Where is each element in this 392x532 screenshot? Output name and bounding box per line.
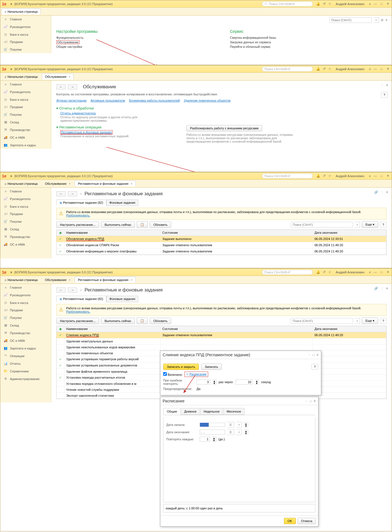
table-row[interactable]: Удаление неактуальных данных [57,338,386,344]
run-now-button[interactable]: Выполнить сейчас [101,222,135,228]
close-icon[interactable]: ✕ [386,83,388,87]
link-scheduled-jobs[interactable]: Регламентные и фоновые задания [60,130,113,134]
tab-home[interactable]: ⌂Начальная страница [1,8,41,14]
link-users[interactable]: Активные пользователи [91,99,125,102]
help-button[interactable]: ? [311,364,318,370]
sec-scheduled[interactable]: Регламентные операции [56,125,175,129]
calendar-icon[interactable]: 🗓 [227,422,234,428]
nav-salary[interactable]: 👥Зарплата и кадры [0,141,51,149]
star-icon[interactable]: ☆ [328,67,331,71]
nav-stock[interactable]: ▦Склад [0,118,51,126]
clear-search-icon[interactable]: × [374,17,379,23]
link-svertka[interactable]: Свертка информационной базы [230,36,387,39]
tab-close-icon[interactable]: × [69,75,70,78]
nav-buy[interactable]: 🛒Покупки [0,111,51,118]
enabled-checkbox[interactable]: Включено [163,372,182,376]
close-icon[interactable]: ✕ [385,2,390,6]
gear-icon[interactable]: ⚙ [381,18,384,22]
link-functionality[interactable]: Функциональность [56,36,213,39]
tab-general[interactable]: Общие [163,408,181,415]
tab-monthly[interactable]: Месячное [223,408,245,415]
menu-icon[interactable]: ≡ [10,67,12,71]
history-icon[interactable]: ↺ [323,2,326,6]
nav-buy[interactable]: 🛒Покупки [0,46,51,53]
more-button[interactable]: Еще ▾ [362,221,378,228]
nav-os[interactable]: 🚚ОС и НМА [0,134,51,141]
back-button[interactable]: ← [56,84,66,89]
link-block[interactable]: Блокировка работы пользователей [129,99,180,102]
nav-prod[interactable]: ⚒Производство [0,126,51,134]
help-button[interactable]: ? [380,222,387,228]
calendar-button[interactable]: 📋 [137,221,148,228]
schedule-link[interactable]: Расписание [189,372,207,376]
maximize-icon[interactable]: □ [379,2,384,6]
bell-icon[interactable]: 🔔 [316,2,320,6]
tab-jobs[interactable]: Регламентные и фоновые задания× [75,181,135,186]
maximize-icon[interactable]: □ [313,353,315,357]
close-panel-icon[interactable]: ✕ [385,18,388,22]
nav-mgr[interactable]: 📈Руководителю [0,23,51,31]
nav-bank[interactable]: ◎Банк и касса [0,31,51,38]
save-button[interactable]: Записать [201,364,222,370]
sidebar: ≡Главное 📈Руководителю ◎Банк и касса 🏷Пр… [0,16,51,53]
star-icon[interactable]: ☆ [328,2,331,6]
nav-mgr[interactable]: 📈Руководителю [0,88,51,96]
grid-search[interactable] [291,222,353,228]
nav-main[interactable]: ≡Главное [0,81,51,88]
warn-unlock-link[interactable]: Разблокировать. [66,214,90,217]
subtab-background[interactable]: Фоновые задания [106,200,138,206]
link-journal[interactable]: Журнал регистрации [56,99,87,102]
fwd-button[interactable]: → [68,84,77,89]
tab-home[interactable]: ⌂Начальная страница [1,74,41,80]
tab-weekly[interactable]: Недельное [200,408,223,415]
end-date-input[interactable] [200,430,225,435]
minimize-icon[interactable]: — [373,2,378,6]
save-close-button[interactable]: Записать и закрыть [163,364,199,370]
user-label[interactable]: Андрей Алексеевич [336,2,365,6]
col-state[interactable]: Состояние [161,230,313,236]
retry-count-input[interactable] [197,379,210,385]
table-row[interactable]: ✓Обновление индекса ППДЗадание выполнено… [57,236,386,242]
schedule-button[interactable]: Настроить расписание... [56,222,99,228]
menu-icon[interactable]: ≡ [10,2,12,6]
link-load[interactable]: Загрузка данных из сервиса [230,40,387,44]
retry-sec-input[interactable] [236,379,253,385]
col-date[interactable]: Дата окончания [313,230,386,236]
start-date-input[interactable] [200,423,209,427]
link-delete[interactable]: Удаление помеченных объектов [184,99,231,102]
tab-maintenance[interactable]: Обслуживание× [42,74,74,80]
nav-bank[interactable]: ◎Банк и касса [0,96,51,103]
nav-main[interactable]: ≡Главное [0,16,51,23]
close-icon[interactable]: ✕ [316,353,319,357]
refresh-button[interactable]: Обновить [150,222,171,228]
link-maintenance[interactable]: Обслуживание [56,40,79,44]
table-row[interactable]: ✓Слияние индекса ППДЗадание отменено пол… [57,332,386,338]
link-cloud[interactable]: Перейти в облачный сервис [230,45,387,48]
global-search[interactable]: Поиск Ctrl+Shift+F [262,66,313,72]
global-search[interactable]: Поиск Ctrl+Shift+F [262,1,313,7]
nav-sales[interactable]: 🏷Продажи [0,38,51,46]
content-search[interactable] [329,17,372,23]
table-row[interactable]: Удаление неиспользованных кодов маркиров… [57,344,386,350]
link-general[interactable]: Общие настройки [56,45,213,48]
nav-sales[interactable]: 🏷Продажи [0,103,51,111]
history-icon[interactable]: ↺ [323,67,326,71]
ok-button[interactable]: OK [284,518,296,524]
sec-reports[interactable]: Отчеты и обработки [56,106,387,110]
bell-icon[interactable]: 🔔 [316,67,320,71]
page-desc: Контроль за состоянием программы, резерв… [56,93,387,96]
tab-daily[interactable]: Дневное [180,408,200,415]
cancel-button[interactable]: Отмена [298,518,316,524]
help-button[interactable]: ? [381,92,388,98]
table-row[interactable]: ✓Обновление информации о версиях платфор… [57,248,386,255]
unlock-button[interactable]: Разблокировать работу с внешними ресурса… [186,125,262,131]
repeat-days-input[interactable] [200,437,210,442]
subtab-scheduled[interactable]: ◉ Регламентные задания (82) [56,200,106,206]
link-icon[interactable]: 🔗 [374,190,378,194]
table-row[interactable]: ✓Обновление индексов СПАРК РискиЗадание … [57,242,386,248]
more-icon[interactable]: ⋮ [380,83,384,87]
col-name[interactable]: Наименование [64,230,161,236]
settings-icon[interactable]: ≡ [369,2,371,6]
col-icon[interactable]: ◉ [57,230,64,236]
link-admin-reports[interactable]: Отчеты администратора [60,111,96,115]
